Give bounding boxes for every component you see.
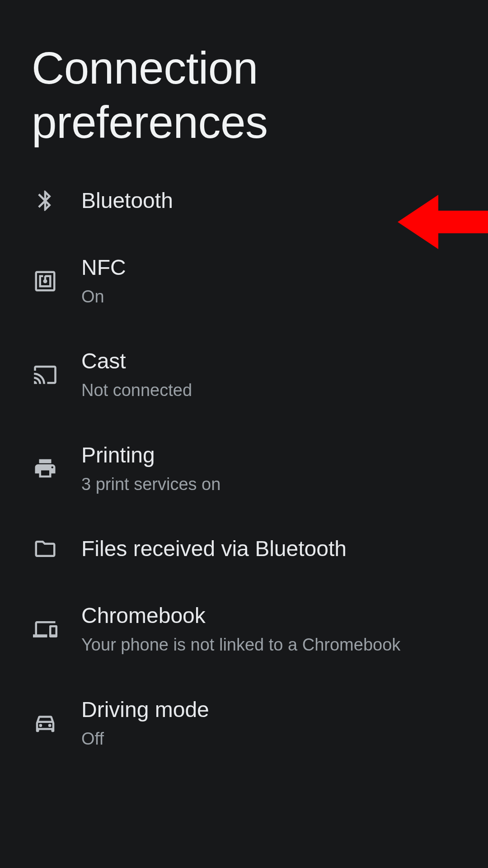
setting-item-printing[interactable]: Printing 3 print services on (0, 422, 488, 515)
setting-subtitle: Not connected (81, 379, 192, 401)
setting-texts: NFC On (81, 254, 126, 308)
svg-point-0 (39, 724, 42, 727)
print-icon (32, 455, 59, 482)
setting-item-driving-mode[interactable]: Driving mode Off (0, 676, 488, 770)
setting-title: Chromebook (81, 602, 400, 629)
setting-texts: Chromebook Your phone is not linked to a… (81, 602, 400, 656)
svg-point-1 (48, 724, 52, 727)
nfc-icon (32, 268, 59, 295)
setting-item-files-received[interactable]: Files received via Bluetooth (0, 515, 488, 582)
folder-icon (32, 535, 59, 562)
cast-icon (32, 361, 59, 388)
setting-texts: Bluetooth (81, 187, 173, 214)
svg-marker-2 (398, 195, 488, 249)
bluetooth-icon (32, 187, 59, 214)
setting-subtitle: 3 print services on (81, 473, 221, 495)
page-title: Connection preferences (32, 41, 456, 149)
setting-title: Files received via Bluetooth (81, 535, 347, 562)
setting-title: Driving mode (81, 696, 209, 723)
setting-texts: Cast Not connected (81, 348, 192, 401)
setting-item-chromebook[interactable]: Chromebook Your phone is not linked to a… (0, 582, 488, 676)
car-icon (32, 709, 59, 736)
setting-subtitle: On (81, 286, 126, 308)
page-header: Connection preferences (0, 0, 488, 167)
setting-texts: Files received via Bluetooth (81, 535, 347, 562)
setting-subtitle: Your phone is not linked to a Chromebook (81, 634, 400, 656)
setting-texts: Driving mode Off (81, 696, 209, 750)
setting-texts: Printing 3 print services on (81, 442, 221, 495)
settings-list: Bluetooth NFC On Cast Not connected Prin… (0, 167, 488, 770)
setting-title: Printing (81, 442, 221, 469)
setting-item-cast[interactable]: Cast Not connected (0, 328, 488, 421)
setting-title: Bluetooth (81, 187, 173, 214)
setting-title: Cast (81, 348, 192, 375)
setting-title: NFC (81, 254, 126, 281)
devices-icon (32, 616, 59, 643)
setting-subtitle: Off (81, 728, 209, 750)
annotation-arrow-icon (398, 193, 488, 251)
